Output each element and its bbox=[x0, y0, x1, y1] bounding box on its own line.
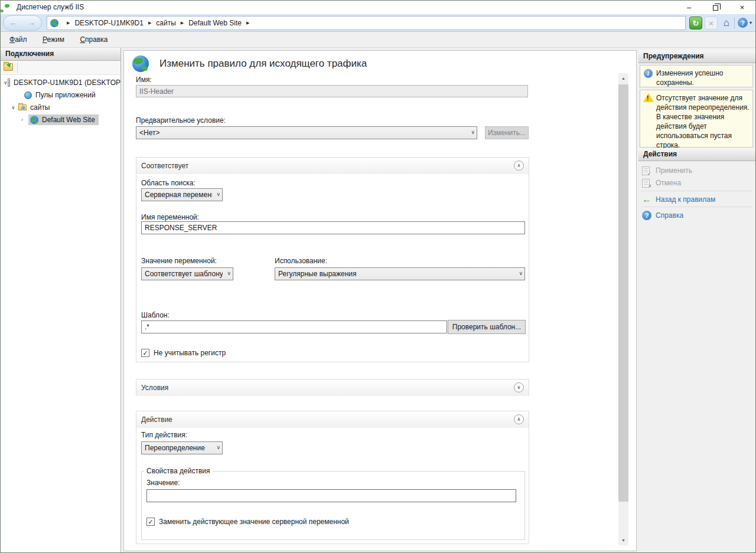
tree-item-server[interactable]: ∨ DESKTOP-U1MK9D1 (DESKTOP bbox=[1, 77, 120, 89]
help-label: Справка bbox=[656, 211, 683, 220]
check-icon: ✓ bbox=[148, 518, 153, 526]
scope-select[interactable]: Серверная переменн ∨ bbox=[141, 188, 223, 201]
chevron-down-icon: ∨ bbox=[519, 270, 523, 276]
checkbox-checked-icon[interactable]: ✓ bbox=[141, 349, 149, 357]
collapse-button[interactable]: ∧ bbox=[514, 161, 524, 171]
warning-alert: ! Отсутствует значение для действия пере… bbox=[640, 90, 753, 148]
info-alert-text: Изменения успешно сохранены. bbox=[656, 68, 750, 87]
connections-header: Подключения bbox=[1, 48, 120, 61]
scroll-down-button[interactable]: ▼ bbox=[618, 535, 628, 545]
tree-expanded-icon[interactable]: ∨ bbox=[4, 80, 8, 86]
page-title: Изменить правило для исходящего трафика bbox=[159, 58, 367, 70]
refresh-button[interactable]: ↻ bbox=[689, 17, 702, 30]
refresh-icon: ↻ bbox=[693, 19, 699, 28]
tree-expanded-icon[interactable]: ∨ bbox=[11, 104, 18, 110]
chevron-down-icon: ∨ bbox=[216, 191, 220, 197]
cancel-action[interactable]: × Отмена bbox=[642, 177, 681, 189]
stop-button[interactable]: × bbox=[705, 17, 718, 30]
close-button[interactable]: × bbox=[729, 1, 755, 14]
replace-value-label: Заменить действующее значение серверной … bbox=[159, 518, 349, 526]
variable-name-input[interactable] bbox=[141, 221, 525, 234]
breadcrumb-item-server[interactable]: DESKTOP-U1MK9D1 bbox=[74, 19, 143, 27]
create-connection-icon[interactable] bbox=[4, 63, 13, 71]
help-link[interactable]: ? Справка bbox=[642, 210, 683, 221]
back-icon[interactable]: ← bbox=[9, 18, 17, 27]
scroll-up-button[interactable]: ▲ bbox=[618, 73, 628, 83]
action-section-header[interactable]: Действие ∧ bbox=[136, 411, 529, 428]
connections-toolbar bbox=[1, 61, 120, 75]
menu-file[interactable]: Файл bbox=[3, 32, 34, 47]
window-title: Диспетчер служб IIS bbox=[17, 3, 84, 11]
name-label: Имя: bbox=[136, 76, 152, 84]
variable-name-label: Имя переменной: bbox=[141, 213, 199, 221]
tree-item-default-web-site[interactable]: › Default Web Site bbox=[1, 114, 120, 126]
toolbar-divider bbox=[734, 18, 735, 28]
menu-view[interactable]: Режим bbox=[36, 32, 71, 47]
breadcrumb-item-sites[interactable]: сайты bbox=[156, 19, 176, 27]
toolbar-divider bbox=[17, 63, 18, 73]
pattern-input[interactable] bbox=[141, 320, 447, 333]
using-value: Регулярные выражения bbox=[278, 270, 514, 278]
back-to-rules-link[interactable]: ← Назад к правилам bbox=[642, 194, 715, 205]
scroll-down-icon: ▼ bbox=[621, 538, 625, 542]
precondition-select[interactable]: <Нет> ∨ bbox=[136, 126, 477, 139]
close-icon: × bbox=[740, 3, 745, 12]
breadcrumb-item-default-web-site[interactable]: Default Web Site bbox=[188, 19, 242, 27]
apply-action[interactable]: ✓ Применить bbox=[642, 165, 692, 176]
tree-item-sites[interactable]: ∨ сайты bbox=[1, 102, 120, 113]
expand-button[interactable]: ∨ bbox=[514, 382, 524, 392]
cancel-label: Отмена bbox=[656, 179, 681, 187]
breadcrumb[interactable]: ▶ DESKTOP-U1MK9D1 ▶ сайты ▶ Default Web … bbox=[47, 16, 686, 30]
restore-icon bbox=[713, 5, 718, 11]
conditions-section-title: Условия bbox=[141, 384, 168, 392]
replace-value-checkbox-row[interactable]: ✓ Заменить действующее значение серверно… bbox=[146, 518, 349, 526]
menu-help[interactable]: Справка bbox=[73, 32, 114, 47]
feature-page: Изменить правило для исходящего трафика … bbox=[123, 50, 637, 551]
conditions-section-header[interactable]: Условия ∨ bbox=[136, 379, 529, 396]
forward-icon[interactable]: → bbox=[28, 18, 35, 27]
match-section-title: Соответствует bbox=[141, 162, 188, 170]
tree-item-label: сайты bbox=[30, 103, 50, 112]
action-section-title: Действие bbox=[141, 415, 172, 424]
globe-icon bbox=[50, 19, 58, 27]
alerts-header: Предупреждения bbox=[638, 50, 756, 63]
cancel-icon: × bbox=[642, 179, 650, 188]
tree-item-label: DESKTOP-U1MK9D1 (DESKTOP bbox=[14, 78, 120, 87]
variable-value-select[interactable]: Соответствует шаблону ∨ bbox=[141, 267, 233, 280]
change-precondition-button[interactable]: Изменить... bbox=[485, 126, 529, 139]
help-icon: ? bbox=[741, 19, 745, 27]
ignore-case-checkbox-row[interactable]: ✓ Не учитывать регистр bbox=[141, 349, 226, 357]
content-scrollbar[interactable]: ▲ ▼ bbox=[618, 73, 628, 545]
minimize-icon: – bbox=[687, 3, 691, 12]
restore-button[interactable] bbox=[702, 1, 729, 14]
pattern-label: Шаблон: bbox=[141, 311, 170, 319]
checkbox-checked-icon[interactable]: ✓ bbox=[146, 518, 155, 526]
tree-collapsed-icon[interactable]: › bbox=[21, 117, 28, 123]
home-icon: ⌂ bbox=[724, 17, 729, 29]
navigation-buttons: ← → bbox=[3, 15, 42, 31]
connections-tree: ∨ DESKTOP-U1MK9D1 (DESKTOP Пулы приложен… bbox=[1, 75, 120, 552]
action-type-select[interactable]: Переопределение ∨ bbox=[141, 441, 223, 454]
sites-folder-icon bbox=[18, 104, 27, 110]
page-globe-icon bbox=[132, 55, 149, 72]
help-caret-icon[interactable]: ▾ bbox=[750, 20, 752, 25]
help-button[interactable]: ? bbox=[738, 18, 748, 28]
warning-icon: ! bbox=[643, 93, 654, 102]
name-input[interactable] bbox=[136, 85, 528, 97]
action-value-input[interactable] bbox=[146, 489, 516, 502]
tree-item-app-pools[interactable]: Пулы приложений bbox=[1, 89, 120, 101]
using-label: Использование: bbox=[275, 257, 327, 265]
stop-icon: × bbox=[709, 19, 713, 28]
home-button[interactable]: ⌂ bbox=[720, 17, 733, 30]
info-icon: i bbox=[644, 69, 653, 78]
minimize-button[interactable]: – bbox=[676, 1, 702, 14]
using-select[interactable]: Регулярные выражения ∨ bbox=[275, 267, 525, 280]
scrollbar-thumb[interactable] bbox=[618, 84, 628, 502]
test-pattern-button[interactable]: Проверить шаблон... bbox=[448, 320, 526, 334]
variable-value-value: Соответствует шаблону bbox=[145, 270, 223, 278]
collapse-button[interactable]: ∧ bbox=[514, 414, 524, 424]
match-section-header[interactable]: Соответствует ∧ bbox=[136, 158, 529, 174]
scroll-up-icon: ▲ bbox=[621, 76, 625, 80]
selected-tree-item[interactable]: Default Web Site bbox=[28, 114, 99, 125]
tree-item-label: Пулы приложений bbox=[35, 91, 96, 99]
